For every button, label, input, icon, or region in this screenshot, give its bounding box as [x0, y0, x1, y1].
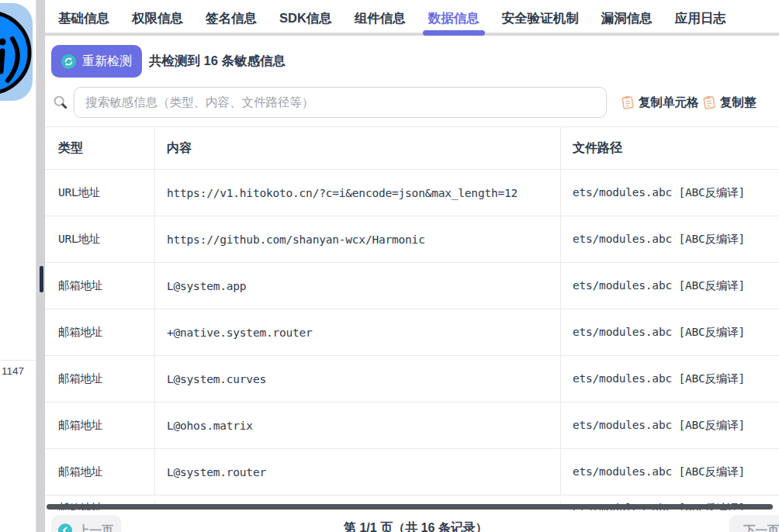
table-body: URL地址https://v1.hitokoto.cn/?c=i&encode=… [45, 170, 779, 496]
cell-type: URL地址 [45, 170, 155, 216]
column-header-path: 文件路径 [561, 127, 779, 169]
cell-type: 邮箱地址 [45, 309, 155, 355]
tab-basic-info[interactable]: 基础信息 [58, 11, 109, 33]
horizontal-scrollbar-thumb[interactable] [47, 504, 773, 510]
data-info-panel: 基础信息权限信息签名信息SDK信息组件信息数据信息安全验证机制漏洞信息应用日志 … [45, 0, 779, 532]
left-info-panel: 1147 ) [0, 0, 36, 532]
table-row[interactable]: 邮箱地址L@system.routerets/modules.abc [ABC反… [45, 449, 779, 496]
tab-vulnerability-info[interactable]: 漏洞信息 [601, 11, 653, 33]
sensitive-info-table: 类型 内容 文件路径 URL地址https://v1.hitokoto.cn/?… [45, 126, 779, 496]
column-header-content: 内容 [155, 127, 561, 169]
copy-cell-label: 复制单元格 [639, 95, 699, 111]
table-row[interactable]: URL地址https://github.com/shanyan-wcx/Harm… [45, 216, 779, 263]
table-row[interactable]: URL地址https://v1.hitokoto.cn/?c=i&encode=… [45, 170, 779, 216]
cell-type: 邮箱地址 [45, 449, 155, 495]
clipboard-icon [702, 95, 716, 110]
left-panel-divider [0, 360, 36, 361]
copy-cell-button[interactable]: 复制单元格 [621, 87, 699, 118]
cell-content: L@system.curves [155, 356, 561, 402]
cell-content: L@ohos.matrix [155, 402, 561, 448]
cell-type: URL地址 [45, 216, 155, 262]
tab-security-verification[interactable]: 安全验证机制 [502, 11, 579, 33]
table-row[interactable]: 邮箱地址L@system.appets/modules.abc [ABC反编译] [45, 263, 779, 309]
copy-row-label: 复制整 [720, 95, 756, 111]
page-info: 第 1/1 页（共 16 条记录） [344, 520, 488, 532]
next-page-button[interactable]: 下一页 [729, 515, 779, 532]
cell-path: ets/modules.abc [ABC反编译] [561, 216, 779, 262]
cell-content: https://v1.hitokoto.cn/?c=i&encode=json&… [155, 170, 561, 216]
cell-content: +@native.system.router [155, 309, 561, 355]
cell-path: ets/modules.abc [ABC反编译] [561, 356, 779, 402]
column-header-type: 类型 [45, 127, 155, 169]
table-row[interactable]: 邮箱地址L@ohos.matrixets/modules.abc [ABC反编译… [45, 402, 779, 449]
tab-app-log[interactable]: 应用日志 [675, 11, 726, 33]
redetect-button[interactable]: 重新检测 [51, 45, 142, 78]
search-input[interactable] [74, 87, 607, 118]
redetect-button-label: 重新检测 [82, 54, 132, 70]
cell-content: L@system.router [155, 449, 561, 495]
app-icon [0, 3, 33, 101]
cell-path: ets/modules.abc [ABC反编译] [561, 309, 779, 355]
search-icon [53, 95, 68, 113]
cell-path: ets/modules.abc [ABC反编译] [561, 170, 779, 216]
copy-row-button[interactable]: 复制整 [703, 87, 756, 118]
tab-permission-info[interactable]: 权限信息 [132, 11, 183, 33]
tab-signature-info[interactable]: 签名信息 [206, 11, 257, 33]
tab-bar: 基础信息权限信息签名信息SDK信息组件信息数据信息安全验证机制漏洞信息应用日志 [45, 0, 779, 36]
left-panel-partial-value-2: ) [0, 377, 1, 389]
table-row[interactable]: 邮箱地址+@native.system.routerets/modules.ab… [45, 309, 779, 356]
refresh-icon [61, 54, 76, 69]
tab-sdk-info[interactable]: SDK信息 [279, 11, 332, 33]
cell-type: 邮箱地址 [45, 263, 155, 309]
detection-summary: 共检测到 16 条敏感信息 [149, 45, 286, 78]
cell-path: ets/modules.abc [ABC反编译] [561, 263, 779, 309]
left-panel-partial-value: 1147 [2, 365, 24, 377]
clipboard-icon [621, 95, 635, 110]
table-header-row: 类型 内容 文件路径 [45, 126, 779, 170]
cell-content: L@system.app [155, 263, 561, 309]
next-page-label: 下一页 [743, 523, 779, 532]
cell-path: ets/modules.abc [ABC反编译] [561, 449, 779, 495]
prev-arrow-icon [58, 523, 72, 532]
table-row[interactable]: 邮箱地址L@system.curvesets/modules.abc [ABC反… [45, 356, 779, 402]
tab-component-info[interactable]: 组件信息 [355, 11, 406, 33]
prev-page-label: 上一页 [78, 523, 114, 532]
cell-content: https://github.com/shanyan-wcx/Harmonic [155, 216, 561, 262]
tab-data-info[interactable]: 数据信息 [428, 11, 480, 33]
horizontal-scrollbar[interactable] [45, 504, 779, 510]
cell-type: 邮箱地址 [45, 356, 155, 402]
prev-page-button[interactable]: 上一页 [51, 515, 121, 532]
cell-path: ets/modules.abc [ABC反编译] [561, 402, 779, 448]
vertical-scrollbar-thumb[interactable] [40, 266, 43, 292]
cell-type: 邮箱地址 [45, 402, 155, 448]
